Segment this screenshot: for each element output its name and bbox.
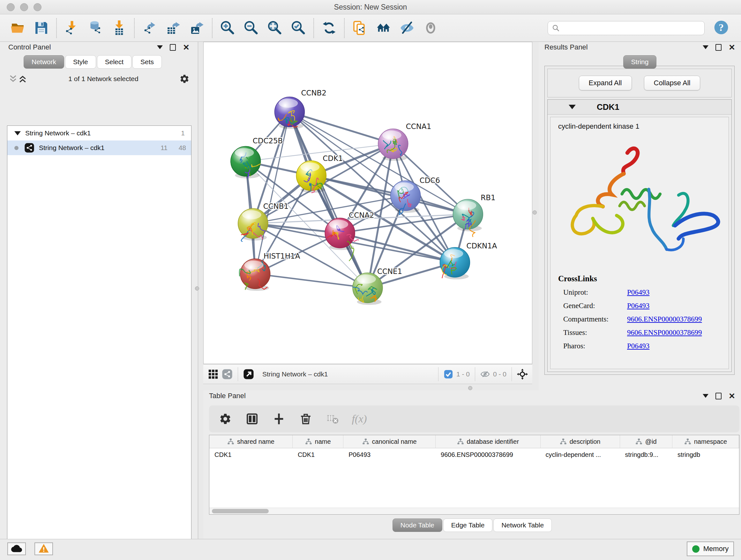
tab-node-table[interactable]: Node Table [393,518,442,532]
crosslink-value-link[interactable]: P06493 [627,288,650,297]
save-session-button[interactable] [31,18,51,38]
column-header-description[interactable]: description [541,435,620,448]
edge-CCNB2-CCNA1[interactable] [289,112,393,144]
collapse-all-button[interactable]: Collapse All [644,76,700,90]
export-image-button[interactable] [187,18,207,38]
table-row[interactable]: CDK1CDK1P064939606.ENSP00000378699cyclin… [209,448,739,461]
cloud-status-button[interactable] [7,543,26,555]
vertical-splitter-handle[interactable] [195,287,199,291]
pan-mode-icon[interactable] [517,369,528,380]
close-panel-icon[interactable]: ✕ [729,393,735,399]
memory-button[interactable]: Memory [687,542,734,556]
scrollbar-thumb[interactable] [212,509,269,513]
node-CCNB2[interactable]: CCNB2 [275,89,327,129]
column-header--id[interactable]: @id [620,435,672,448]
gene-section-header[interactable]: CDK1 [548,100,731,115]
selected-nodes-checkbox[interactable] [444,369,453,379]
warnings-button[interactable] [35,543,53,555]
collapse-all-networks-icon[interactable] [8,74,18,84]
grid-mode-icon[interactable] [208,369,219,380]
show-all-button[interactable] [421,18,441,38]
crosslink-value-link[interactable]: 9606.ENSP00000378699 [627,315,702,323]
zoom-fit-button[interactable] [265,18,285,38]
toolbar-group-separator [134,18,135,38]
edge-HIST1H1A-CCNE1[interactable] [255,274,367,288]
tab-select[interactable]: Select [97,55,131,69]
import-network-database-button[interactable] [85,18,105,38]
tab-style[interactable]: Style [65,55,96,69]
zoom-out-button[interactable] [241,18,261,38]
export-network-button[interactable] [140,18,159,38]
edge-CCNB2-CCNE1[interactable] [289,112,367,288]
network-options-gear-icon[interactable] [179,74,190,84]
column-header-database-identifier[interactable]: database identifier [435,435,541,448]
node-RB1[interactable]: RB1 [453,193,495,237]
float-panel-icon[interactable] [170,44,176,51]
search-box[interactable] [548,21,704,35]
zoom-in-button[interactable] [218,18,238,38]
first-neighbors-button[interactable] [374,18,393,38]
column-header-name[interactable]: name [293,435,343,448]
column-header-canonical-name[interactable]: canonical name [343,435,435,448]
node-label-CDKN1A: CDKN1A [466,242,497,250]
zoom-selected-button[interactable] [288,18,308,38]
vertical-splitter-handle[interactable] [533,210,537,214]
section-expander-icon[interactable] [569,105,576,109]
node-HIST1H1A[interactable]: HIST1H1A [239,252,300,291]
table-settings-button[interactable] [217,409,234,428]
panel-menu-icon[interactable] [157,45,163,49]
table-horizontal-scrollbar[interactable] [209,508,739,514]
tab-network[interactable]: Network [23,55,64,69]
create-column-button[interactable] [270,409,287,428]
crosslink-value-link[interactable]: 9606.ENSP00000378699 [627,328,702,337]
hide-selected-button[interactable] [397,18,417,38]
import-network-file-button[interactable] [62,18,82,38]
copy-style-button[interactable] [350,18,369,38]
node-CDKN1A[interactable]: CDKN1A [440,242,497,279]
node-CDK1[interactable]: CDK1 [296,154,343,193]
network-row[interactable]: String Network – cdk1 11 48 [7,140,191,155]
results-panel-title: Results Panel [544,43,588,51]
delete-column-button[interactable] [297,409,314,428]
column-header-shared-name[interactable]: shared name [209,435,293,448]
column-header-namespace[interactable]: namespace [672,435,739,448]
crosslink-label: Uniprot: [563,288,627,297]
edge-CCNB2-HIST1H1A[interactable] [255,112,290,274]
expand-all-networks-icon[interactable] [18,74,27,84]
node-CDC6[interactable]: CDC6 [391,176,440,214]
import-table-button[interactable] [109,18,129,38]
tab-sets[interactable]: Sets [132,55,162,69]
results-panel-tabs: String [539,55,741,69]
node-label-CDC6: CDC6 [420,176,440,185]
show-column-panel-button[interactable] [244,409,261,428]
status-bar: Memory [0,539,741,560]
close-panel-icon[interactable]: ✕ [183,44,190,51]
refresh-layout-button[interactable] [319,18,339,38]
table-cell: stringdb:9... [620,448,672,461]
tab-string[interactable]: String [623,55,657,69]
horizontal-splitter-handle[interactable] [468,386,472,390]
crosslink-value-link[interactable]: P06493 [627,342,650,350]
float-panel-icon[interactable] [716,393,722,399]
float-panel-icon[interactable] [716,44,722,51]
node-label-HIST1H1A: HIST1H1A [264,252,300,260]
birds-eye-toggle-button[interactable] [243,369,254,380]
expand-all-button[interactable]: Expand All [579,76,632,90]
open-session-button[interactable] [8,18,27,38]
panel-menu-icon[interactable] [703,394,709,398]
function-builder-button: f(x) [351,409,368,428]
tab-network-table[interactable]: Network Table [493,518,552,532]
tab-edge-table[interactable]: Edge Table [443,518,493,532]
gene-description: cyclin-dependent kinase 1 [550,117,729,131]
network-collection-row[interactable]: String Network – cdk1 1 [7,126,191,140]
panel-menu-icon[interactable] [703,45,709,49]
toolbar-divider [238,367,238,381]
collection-expander-icon[interactable] [14,131,21,135]
crosslink-value-link[interactable]: P06493 [627,302,650,310]
network-view-icon[interactable] [222,369,232,380]
search-input[interactable] [562,24,700,32]
help-button[interactable]: ? [712,19,730,37]
network-canvas[interactable]: CCNB2CCNA1CDC25BCDK1CDC6RB1CCNB1CCNA2CDK… [203,42,532,364]
close-panel-icon[interactable]: ✕ [729,44,735,51]
export-table-button[interactable] [163,18,183,38]
